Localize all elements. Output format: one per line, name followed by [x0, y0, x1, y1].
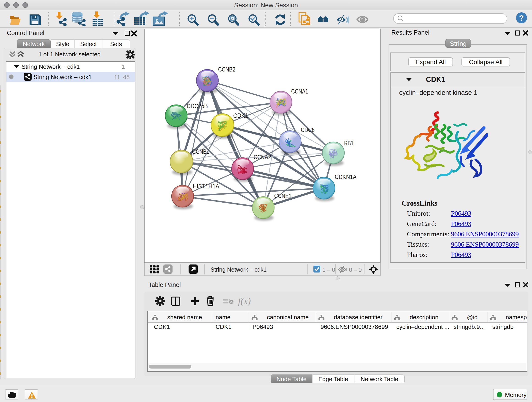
svg-text:HIST1H1A: HIST1H1A — [193, 183, 219, 190]
svg-text:RB1: RB1 — [344, 140, 354, 147]
svg-text:CDKN1A: CDKN1A — [335, 173, 356, 180]
svg-text:CCNB1: CCNB1 — [192, 148, 209, 155]
svg-text:CDK1: CDK1 — [233, 112, 248, 119]
svg-text:CCNB2: CCNB2 — [218, 66, 235, 73]
svg-text:CCNE1: CCNE1 — [274, 192, 291, 199]
svg-text:CCNA2: CCNA2 — [254, 153, 271, 161]
svg-text:CCNA1: CCNA1 — [291, 88, 308, 95]
svg-text:CDC25B: CDC25B — [187, 102, 208, 109]
svg-text:CDC6: CDC6 — [301, 126, 315, 133]
